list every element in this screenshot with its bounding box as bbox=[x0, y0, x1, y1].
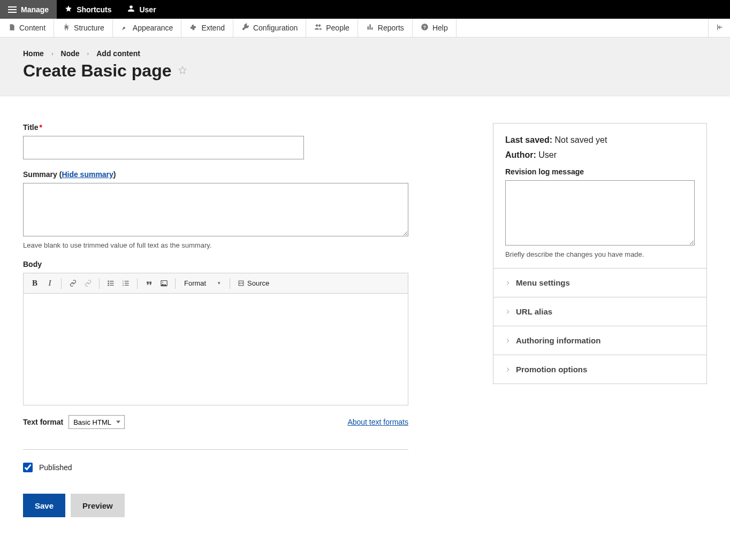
wrench-icon bbox=[241, 23, 249, 33]
body-editor: B I 123 Format ▼ bbox=[23, 273, 408, 405]
page-title: Create Basic page bbox=[23, 61, 171, 81]
toolbar-people[interactable]: People bbox=[306, 19, 358, 37]
structure-icon bbox=[62, 23, 70, 33]
toolbar-orientation-toggle[interactable] bbox=[708, 19, 730, 37]
main-content: Title* Summary (Hide summary) Leave blan… bbox=[0, 96, 730, 539]
chevron-right-icon: › bbox=[51, 50, 54, 57]
chevron-right-icon bbox=[505, 336, 511, 345]
separator bbox=[175, 278, 176, 289]
editor-toolbar: B I 123 Format ▼ bbox=[24, 273, 408, 294]
shortcuts-link[interactable]: Shortcuts bbox=[57, 0, 119, 19]
toolbar-reports[interactable]: Reports bbox=[358, 19, 413, 37]
text-format-label: Text format bbox=[23, 418, 63, 426]
body-field: Body B I 123 Format bbox=[23, 260, 408, 429]
svg-text:?: ? bbox=[423, 25, 426, 30]
svg-rect-5 bbox=[110, 283, 114, 283]
breadcrumb: Home › Node › Add content bbox=[23, 49, 707, 58]
svg-rect-11 bbox=[125, 283, 129, 283]
separator bbox=[61, 278, 62, 289]
numbered-list-button[interactable]: 123 bbox=[119, 277, 133, 290]
bold-button[interactable]: B bbox=[28, 277, 42, 290]
people-icon bbox=[314, 23, 322, 33]
accordion-authoring-info[interactable]: Authoring information bbox=[493, 326, 706, 355]
summary-textarea[interactable] bbox=[23, 183, 408, 236]
published-checkbox[interactable] bbox=[23, 463, 33, 472]
reports-icon bbox=[366, 23, 374, 33]
separator bbox=[99, 278, 100, 289]
svg-text:3: 3 bbox=[122, 284, 124, 287]
unlink-button[interactable] bbox=[81, 277, 95, 290]
svg-rect-3 bbox=[110, 281, 114, 281]
svg-point-2 bbox=[108, 281, 109, 282]
about-text-formats-link[interactable]: About text formats bbox=[347, 418, 408, 426]
help-icon: ? bbox=[421, 23, 429, 33]
accordion-url-alias[interactable]: URL alias bbox=[493, 297, 706, 326]
form-actions: Save Preview bbox=[23, 494, 408, 517]
toolbar-appearance[interactable]: Appearance bbox=[113, 19, 182, 37]
hamburger-icon bbox=[8, 6, 17, 13]
author: Author: User bbox=[505, 150, 695, 160]
bullet-list-button[interactable] bbox=[104, 277, 118, 290]
title-input[interactable] bbox=[23, 136, 304, 159]
toolbar-extend[interactable]: Extend bbox=[181, 19, 233, 37]
meta-box: Last saved: Not saved yet Author: User R… bbox=[493, 124, 706, 269]
arrow-left-icon bbox=[715, 23, 724, 33]
summary-help: Leave blank to use trimmed value of full… bbox=[23, 241, 408, 249]
revision-textarea[interactable] bbox=[505, 180, 695, 246]
source-button[interactable]: Source bbox=[234, 277, 272, 290]
image-button[interactable] bbox=[157, 277, 171, 290]
user-icon bbox=[127, 5, 135, 14]
source-icon bbox=[238, 280, 245, 287]
link-button[interactable] bbox=[66, 277, 80, 290]
user-label: User bbox=[139, 5, 156, 14]
chevron-right-icon bbox=[505, 365, 511, 374]
manage-label: Manage bbox=[21, 5, 49, 14]
admin-topbar: Manage Shortcuts User bbox=[0, 0, 730, 19]
appearance-icon bbox=[121, 23, 129, 33]
toolbar-configuration[interactable]: Configuration bbox=[233, 19, 306, 37]
divider bbox=[23, 449, 408, 450]
chevron-right-icon bbox=[505, 307, 511, 316]
hide-summary-link[interactable]: Hide summary bbox=[62, 170, 113, 179]
svg-point-4 bbox=[108, 282, 109, 284]
accordion-menu-settings[interactable]: Menu settings bbox=[493, 269, 706, 297]
sidebar-column: Last saved: Not saved yet Author: User R… bbox=[493, 123, 707, 384]
accordion-promotion-options[interactable]: Promotion options bbox=[493, 355, 706, 383]
chevron-right-icon bbox=[505, 278, 511, 287]
svg-rect-9 bbox=[125, 281, 129, 281]
summary-field: Summary (Hide summary) Leave blank to us… bbox=[23, 170, 408, 249]
form-column: Title* Summary (Hide summary) Leave blan… bbox=[23, 123, 408, 517]
toolbar-help[interactable]: ?Help bbox=[413, 19, 457, 37]
svg-point-6 bbox=[108, 285, 109, 286]
last-saved: Last saved: Not saved yet bbox=[505, 135, 695, 145]
admin-toolbar: Content Structure Appearance Extend Conf… bbox=[0, 19, 730, 37]
format-dropdown[interactable]: Format ▼ bbox=[180, 277, 225, 290]
published-field: Published bbox=[23, 463, 408, 472]
body-textarea[interactable] bbox=[24, 294, 408, 405]
chevron-right-icon: › bbox=[87, 50, 89, 57]
revision-help: Briefly describe the changes you have ma… bbox=[505, 250, 695, 258]
breadcrumb-home[interactable]: Home bbox=[23, 49, 44, 58]
body-label: Body bbox=[23, 260, 408, 269]
separator bbox=[137, 278, 138, 289]
svg-rect-7 bbox=[110, 285, 114, 286]
preview-button[interactable]: Preview bbox=[71, 494, 125, 517]
manage-toggle[interactable]: Manage bbox=[0, 0, 57, 19]
shortcuts-label: Shortcuts bbox=[77, 5, 111, 14]
sidebar-panel: Last saved: Not saved yet Author: User R… bbox=[493, 123, 707, 384]
favorite-toggle[interactable] bbox=[178, 65, 187, 76]
save-button[interactable]: Save bbox=[23, 494, 65, 517]
user-menu[interactable]: User bbox=[119, 0, 164, 19]
svg-point-15 bbox=[162, 282, 163, 283]
file-icon bbox=[8, 24, 16, 33]
published-label: Published bbox=[39, 463, 72, 472]
breadcrumb-node[interactable]: Node bbox=[61, 49, 80, 58]
caret-down-icon: ▼ bbox=[217, 281, 221, 286]
toolbar-structure[interactable]: Structure bbox=[54, 19, 113, 37]
text-format-select[interactable]: Basic HTML bbox=[69, 415, 125, 429]
title-field: Title* bbox=[23, 123, 408, 159]
italic-button[interactable]: I bbox=[43, 277, 57, 290]
puzzle-icon bbox=[189, 23, 197, 33]
blockquote-button[interactable] bbox=[142, 277, 156, 290]
toolbar-content[interactable]: Content bbox=[0, 19, 54, 37]
